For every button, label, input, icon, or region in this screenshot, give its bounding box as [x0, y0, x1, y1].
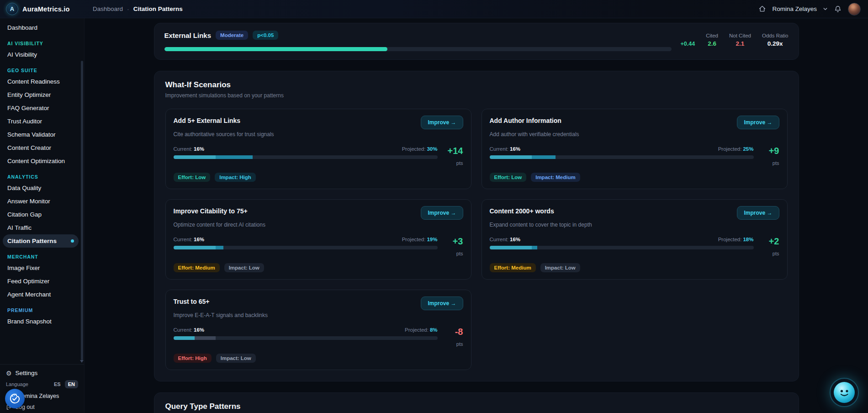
chat-widget-button[interactable] — [830, 378, 859, 407]
scenario-badges: Effort: MediumImpact: Low — [490, 263, 779, 272]
scenario-points-value: +14 — [444, 146, 463, 155]
user-avatar[interactable] — [848, 3, 861, 16]
improve-button[interactable]: Improve → — [421, 116, 463, 129]
language-switcher: Language ESEN — [6, 380, 78, 388]
scenario-points-value: -8 — [444, 327, 463, 336]
query-patterns-title: Query Type Patterns — [165, 402, 788, 411]
topbar-user-name[interactable]: Romina Zelayes — [772, 5, 817, 12]
scenario-bar-current-segment — [174, 155, 216, 159]
language-options: ESEN — [51, 380, 78, 388]
sidebar-item[interactable]: Content Optimization — [3, 154, 79, 168]
language-option-button[interactable]: EN — [65, 380, 78, 388]
accessibility-widget-button[interactable] — [5, 389, 25, 408]
topbar: A AuraMetrics.io Dashboard · Citation Pa… — [0, 0, 868, 18]
sidebar: Dashboard AI VISIBILITY AI Visibility — [0, 18, 85, 413]
sidebar-item-label: Dashboard — [7, 24, 37, 31]
sidebar-item-label: Answer Monitor — [7, 198, 50, 205]
improve-button[interactable]: Improve → — [421, 297, 463, 310]
sidebar-group-header: GEO SUITE — [3, 68, 79, 73]
sidebar-item-label: AI Traffic — [7, 224, 32, 231]
sidebar-item-label: Trust Auditor — [7, 118, 42, 125]
breadcrumb-separator: · — [127, 5, 129, 13]
scenario-badge: Effort: Medium — [174, 263, 220, 272]
sidebar-item[interactable]: Content Creator — [3, 141, 79, 154]
brand[interactable]: A AuraMetrics.io — [0, 3, 85, 15]
scenario-points-unit: pts — [760, 160, 779, 166]
sidebar-group: GEO SUITE Content Readiness Entity Optim… — [3, 68, 79, 168]
scenario-title: Add Author Information — [490, 116, 561, 124]
scenario-current: Current:16% — [174, 327, 205, 333]
scenario-points-value: +9 — [760, 146, 779, 155]
sidebar-item-label: Schema Validator — [7, 131, 56, 138]
scenario-projected: Projected:30% — [402, 146, 438, 152]
stat-label: Odds Ratio — [762, 33, 789, 38]
breadcrumb-page: Citation Patterns — [133, 5, 183, 12]
scenario-badges: Effort: MediumImpact: Low — [174, 263, 463, 272]
breadcrumb-section[interactable]: Dashboard — [93, 5, 123, 12]
sidebar-scrollbar-arrow-icon[interactable] — [80, 360, 84, 363]
stat-label: Not Cited — [729, 33, 751, 38]
sidebar-item-label: Content Readiness — [7, 78, 60, 85]
scenario-current: Current:16% — [174, 237, 205, 242]
scenario-bar-projected-segment — [195, 336, 216, 340]
sidebar-item[interactable]: Agent Merchant — [3, 288, 79, 301]
scenario-grid: Add 5+ External Links Improve → Cite aut… — [165, 109, 788, 370]
sidebar-item[interactable]: Data Quality — [3, 181, 79, 195]
sidebar-item[interactable]: Brand Snapshot — [3, 315, 79, 328]
scenario-description: Improve E-E-A-T signals and backlinks — [174, 312, 463, 318]
sidebar-item[interactable]: Feed Optimizer — [3, 275, 79, 288]
sidebar-group-items: Content Readiness Entity Optimizer FAQ G… — [3, 75, 79, 168]
sidebar-scrollbar-thumb[interactable] — [81, 61, 83, 360]
correlation-stats: Cited 2.6 Not Cited 2.1 Odds Ratio 0.29x — [706, 33, 788, 47]
sidebar-group: ANALYTICS Data Quality Answer Monitor — [3, 174, 79, 248]
correlation-stat: Odds Ratio 0.29x — [762, 33, 789, 47]
correlation-stat: Cited 2.6 — [706, 33, 718, 47]
sidebar-item-label: Citation Gap — [7, 211, 42, 218]
scenario-points: +2 pts — [760, 237, 779, 256]
whatif-card: What-If Scenarios Improvement simulation… — [154, 71, 799, 381]
scenario-current: Current:16% — [490, 146, 521, 152]
sidebar-item[interactable]: AI Traffic — [3, 221, 79, 234]
home-icon[interactable] — [758, 5, 766, 13]
language-option-button[interactable]: ES — [51, 380, 64, 388]
sidebar-item[interactable]: Citation Gap — [3, 208, 79, 221]
scenario-card: Improve Citability to 75+ Improve → Opti… — [165, 199, 471, 280]
sidebar-item[interactable]: Image Fixer — [3, 261, 79, 275]
settings-button[interactable]: ⚙ Settings — [6, 370, 78, 376]
sidebar-item[interactable]: Dashboard — [3, 21, 79, 34]
sidebar-primary-list: Dashboard — [3, 21, 79, 34]
scenario-points-unit: pts — [760, 251, 779, 256]
sidebar-item-label: Agent Merchant — [7, 291, 51, 298]
chevron-down-icon[interactable] — [823, 6, 828, 11]
sidebar-item[interactable]: Answer Monitor — [3, 195, 79, 208]
scenario-bar-current-segment — [174, 336, 195, 340]
scenario-title: Add 5+ External Links — [174, 116, 241, 124]
scenario-badge: Effort: Low — [174, 173, 211, 182]
sidebar-item[interactable]: Entity Optimizer — [3, 88, 79, 101]
sidebar-item[interactable]: Content Readiness — [3, 75, 79, 88]
scenario-badge: Impact: Low — [540, 263, 580, 272]
scenario-projected: Projected:19% — [402, 237, 438, 242]
sidebar-item[interactable]: Citation Patterns — [3, 234, 79, 248]
sidebar-item[interactable]: Schema Validator — [3, 128, 79, 141]
improve-button[interactable]: Improve → — [421, 206, 463, 220]
correlation-badge: p<0.05 — [253, 31, 278, 40]
scenario-card: Add Author Information Improve → Add aut… — [482, 109, 788, 189]
improve-button[interactable]: Improve → — [737, 116, 779, 129]
sidebar-item[interactable]: AI Visibility — [3, 48, 79, 61]
active-dot-icon — [71, 239, 74, 243]
scenario-bar-current-segment — [174, 246, 216, 249]
sidebar-group-items: Data Quality Answer Monitor Citation Gap — [3, 181, 79, 248]
sidebar-item[interactable]: FAQ Generator — [3, 101, 79, 115]
sidebar-group-header: AI VISIBILITY — [3, 41, 79, 46]
scenario-bar-track — [490, 155, 754, 159]
bell-icon[interactable] — [834, 5, 842, 13]
improve-button[interactable]: Improve → — [737, 206, 779, 220]
scenario-points: -8 pts — [444, 327, 463, 347]
sidebar-groups: AI VISIBILITY AI Visibility GEO SUITE — [3, 41, 79, 328]
sidebar-item[interactable]: Trust Auditor — [3, 115, 79, 128]
scenario-description: Optimize content for direct AI citations — [174, 222, 463, 228]
main-content: External Links Moderatep<0.05 +0.44 — [85, 18, 868, 413]
scenario-points-unit: pts — [444, 251, 463, 256]
scenario-points-value: +2 — [760, 237, 779, 246]
